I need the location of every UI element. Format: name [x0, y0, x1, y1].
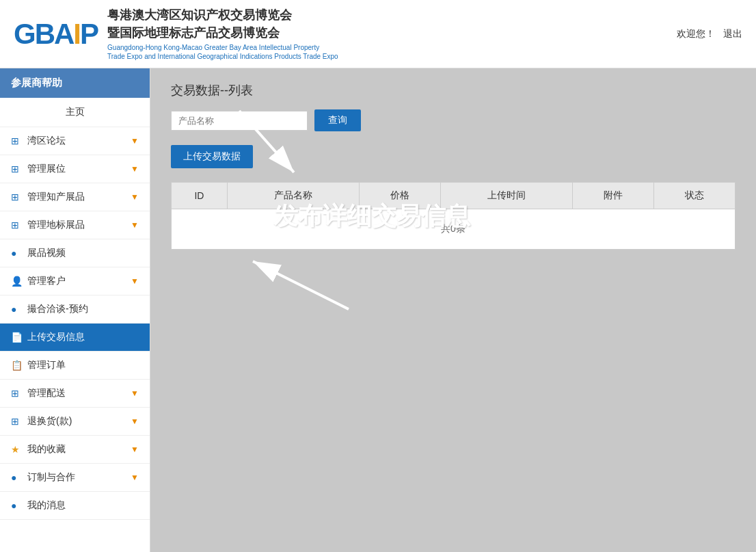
- sidebar-label: 上传交易信息: [27, 331, 85, 343]
- chevron-down-icon: ▼: [131, 445, 139, 454]
- chevron-down-icon: ▼: [131, 136, 139, 146]
- sidebar-label: 管理展位: [27, 163, 66, 175]
- sidebar-label: 管理知产展品: [27, 191, 85, 203]
- sidebar-item-manage-booth[interactable]: ⊞ 管理展位 ▼: [0, 155, 150, 183]
- sidebar-label: 展品视频: [27, 247, 66, 259]
- upload-trade-button[interactable]: 上传交易数据: [171, 145, 253, 168]
- col-id: ID: [172, 183, 228, 209]
- col-attachment: 附件: [572, 183, 653, 209]
- header-title-block: 粤港澳大湾区知识产权交易博览会 暨国际地理标志产品交易博览会 Guangdong…: [107, 7, 338, 60]
- circle-icon: ●: [11, 248, 22, 259]
- sidebar-item-manage-customers[interactable]: 👤 管理客户 ▼: [0, 267, 150, 295]
- doc-icon: 📄: [11, 332, 22, 343]
- annotation-container: 上传交易数据 ID 产品名称 价格 上传时间: [171, 145, 735, 250]
- welcome-text: 欢迎您！: [677, 28, 715, 40]
- sidebar-section-title: 参展商帮助: [0, 68, 150, 98]
- page-title: 交易数据--列表: [171, 82, 735, 98]
- grid-icon: ⊞: [11, 135, 22, 146]
- sidebar-item-manage-delivery[interactable]: ⊞ 管理配送 ▼: [0, 380, 150, 408]
- sidebar-item-upload-trade[interactable]: 📄 上传交易信息: [0, 324, 150, 352]
- person-icon: 👤: [11, 276, 22, 287]
- col-upload-time: 上传时间: [440, 183, 572, 209]
- sidebar-item-returns[interactable]: ⊞ 退换货(款) ▼: [0, 408, 150, 436]
- header-title-cn1: 粤港澳大湾区知识产权交易博览会: [107, 7, 338, 24]
- header-title-cn2: 暨国际地理标志产品交易博览会: [107, 25, 338, 42]
- sidebar-item-manage-ip[interactable]: ⊞ 管理知产展品 ▼: [0, 183, 150, 211]
- sidebar-label: 订制与合作: [27, 471, 75, 484]
- main-content: 交易数据--列表 查询 上传交易数据 ID: [150, 68, 756, 552]
- arrow-left-to-right: [212, 241, 383, 323]
- sidebar-label: 撮合洽谈-预约: [27, 303, 88, 315]
- search-input[interactable]: [171, 111, 308, 131]
- circle-icon: ●: [11, 472, 22, 483]
- sidebar-item-messages[interactable]: ● 我的消息: [0, 492, 150, 520]
- circle-icon: ●: [11, 500, 22, 511]
- doc-icon: 📋: [11, 360, 22, 371]
- sidebar-item-bay-forum[interactable]: ⊞ 湾区论坛 ▼: [0, 127, 150, 155]
- logo: GBAIP: [14, 20, 98, 49]
- sidebar-label: 退换货(款): [27, 415, 72, 428]
- logout-link[interactable]: 退出: [723, 28, 742, 40]
- col-product-name: 产品名称: [227, 183, 359, 209]
- sidebar-item-exhibit-video[interactable]: ● 展品视频: [0, 239, 150, 267]
- sidebar-label: 我的消息: [27, 499, 66, 512]
- chevron-down-icon: ▼: [131, 220, 139, 230]
- circle-icon: ●: [11, 304, 22, 315]
- col-price: 价格: [359, 183, 440, 209]
- grid-icon: ⊞: [11, 192, 22, 202]
- sidebar-item-favorites[interactable]: ★ 我的收藏 ▼: [0, 436, 150, 464]
- sidebar-label: 管理配送: [27, 387, 66, 399]
- header: GBAIP 粤港澳大湾区知识产权交易博览会 暨国际地理标志产品交易博览会 Gua…: [0, 0, 756, 68]
- sidebar-label: 管理地标展品: [27, 219, 85, 231]
- header-title-en: Guangdong-Hong Kong-Macao Greater Bay Ar…: [107, 43, 338, 61]
- data-table: ID 产品名称 价格 上传时间 附件 状态 共0条: [171, 182, 735, 250]
- search-bar: 查询: [171, 109, 735, 131]
- header-left: GBAIP 粤港澳大湾区知识产权交易博览会 暨国际地理标志产品交易博览会 Gua…: [14, 7, 338, 60]
- col-status: 状态: [653, 183, 735, 209]
- chevron-down-icon: ▼: [131, 473, 139, 482]
- sidebar-label: 湾区论坛: [27, 135, 66, 147]
- star-icon: ★: [11, 444, 22, 455]
- sidebar-item-meeting-booking[interactable]: ● 撮合洽谈-预约: [0, 295, 150, 324]
- chevron-down-icon: ▼: [131, 192, 139, 202]
- sidebar-label: 管理客户: [27, 275, 66, 287]
- sidebar-label: 管理订单: [27, 359, 66, 371]
- grid-icon: ⊞: [11, 220, 22, 231]
- sidebar-item-customization[interactable]: ● 订制与合作 ▼: [0, 464, 150, 492]
- chevron-down-icon: ▼: [131, 417, 139, 426]
- grid-icon: ⊞: [11, 416, 22, 427]
- sidebar-item-home[interactable]: 主页: [0, 98, 150, 127]
- query-button[interactable]: 查询: [314, 109, 361, 131]
- layout: 参展商帮助 主页 ⊞ 湾区论坛 ▼ ⊞ 管理展位 ▼ ⊞ 管理知产展品: [0, 68, 756, 552]
- svg-line-3: [253, 261, 349, 309]
- chevron-down-icon: ▼: [131, 276, 139, 286]
- header-right: 欢迎您！ 退出: [677, 28, 742, 40]
- chevron-down-icon: ▼: [131, 164, 139, 174]
- sidebar-item-manage-orders[interactable]: 📋 管理订单: [0, 352, 150, 380]
- empty-text: 共0条: [172, 209, 735, 250]
- sidebar-item-manage-geo[interactable]: ⊞ 管理地标展品 ▼: [0, 211, 150, 239]
- chevron-down-icon: ▼: [131, 389, 139, 398]
- sidebar: 参展商帮助 主页 ⊞ 湾区论坛 ▼ ⊞ 管理展位 ▼ ⊞ 管理知产展品: [0, 68, 150, 552]
- sidebar-label: 我的收藏: [27, 443, 66, 456]
- grid-icon: ⊞: [11, 388, 22, 399]
- table-header-row: ID 产品名称 价格 上传时间 附件 状态: [172, 183, 735, 209]
- grid-icon: ⊞: [11, 163, 22, 174]
- empty-row: 共0条: [172, 209, 735, 250]
